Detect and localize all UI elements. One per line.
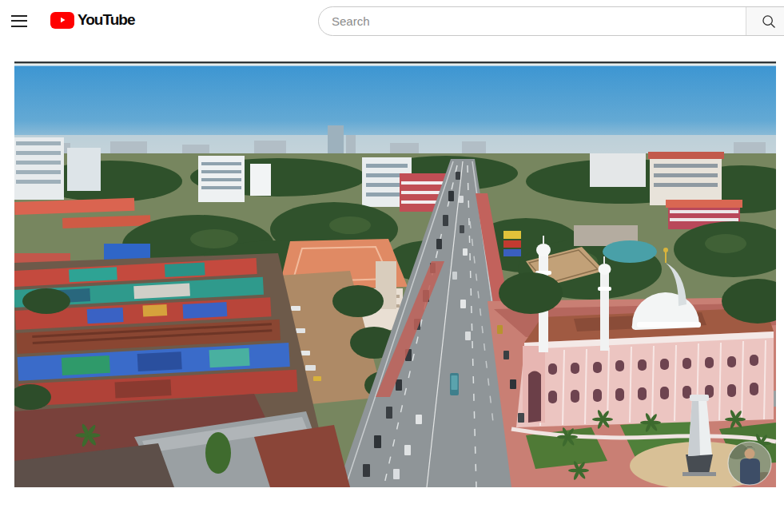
youtube-logo[interactable]: YouTube	[50, 11, 134, 29]
youtube-logo-text: YouTube	[78, 11, 134, 29]
youtube-header: YouTube	[0, 0, 784, 42]
extension-toolbar: CC	[0, 487, 784, 532]
hamburger-bar	[11, 20, 27, 22]
video-player[interactable]	[14, 62, 776, 487]
search-icon	[760, 13, 778, 30]
hamburger-bar	[11, 26, 27, 27]
search-button[interactable]	[746, 7, 784, 35]
search-input[interactable]	[319, 7, 746, 35]
hamburger-bar	[11, 15, 27, 17]
hamburger-menu-button[interactable]	[11, 11, 32, 30]
aerial-city-video-frame	[14, 62, 776, 487]
youtube-play-icon	[50, 12, 74, 29]
youtube-page: YouTube	[0, 0, 784, 532]
search-bar	[318, 6, 784, 36]
